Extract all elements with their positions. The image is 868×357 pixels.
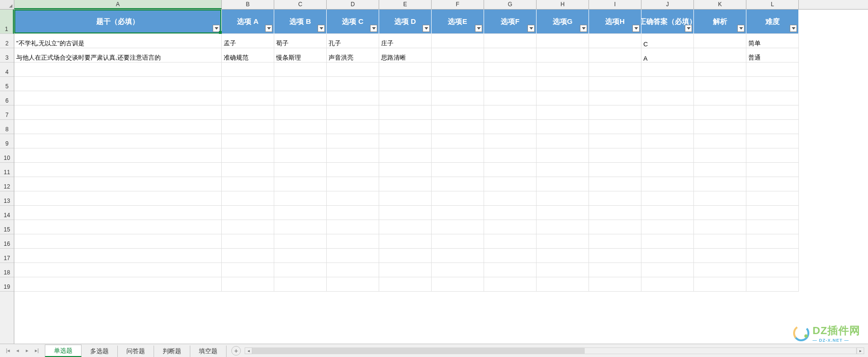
cell-J19[interactable] (641, 277, 694, 292)
cell-B19[interactable] (222, 277, 274, 292)
cell-J4[interactable] (641, 63, 694, 77)
filter-dropdown-icon[interactable] (318, 25, 325, 32)
cell-J14[interactable] (641, 206, 694, 220)
cell-F16[interactable] (432, 234, 484, 249)
cell-A16[interactable] (14, 234, 222, 249)
cell-I3[interactable] (589, 48, 641, 63)
cell-B12[interactable] (222, 177, 274, 191)
cell-A12[interactable] (14, 177, 222, 191)
hscroll-track[interactable] (252, 347, 857, 354)
cell-J10[interactable] (641, 148, 694, 163)
column-header-A[interactable]: A (14, 0, 222, 9)
cell-D13[interactable] (327, 191, 379, 206)
cell-J2[interactable]: C (641, 34, 694, 48)
row-header-7[interactable]: 7 (0, 105, 14, 120)
cell-L5[interactable] (746, 77, 799, 91)
cell-J8[interactable] (641, 120, 694, 134)
cell-B8[interactable] (222, 120, 274, 134)
cell-E10[interactable] (379, 148, 432, 163)
column-header-B[interactable]: B (222, 0, 274, 9)
filter-dropdown-icon[interactable] (213, 25, 220, 32)
cell-D8[interactable] (327, 120, 379, 134)
cell-K14[interactable] (694, 206, 746, 220)
cell-H5[interactable] (537, 77, 589, 91)
cell-K4[interactable] (694, 63, 746, 77)
cell-F8[interactable] (432, 120, 484, 134)
row-header-18[interactable]: 18 (0, 263, 14, 277)
cell-H3[interactable] (537, 48, 589, 63)
cell-B17[interactable] (222, 249, 274, 263)
cell-B7[interactable] (222, 105, 274, 120)
tab-nav-prev-icon[interactable]: ◂ (13, 346, 22, 355)
cell-F18[interactable] (432, 263, 484, 277)
cell-G9[interactable] (484, 134, 537, 148)
cell-B2[interactable]: 孟子 (222, 34, 274, 48)
cell-D4[interactable] (327, 63, 379, 77)
cell-L17[interactable] (746, 249, 799, 263)
cell-H14[interactable] (537, 206, 589, 220)
cell-A7[interactable] (14, 105, 222, 120)
cell-D12[interactable] (327, 177, 379, 191)
row-header-16[interactable]: 16 (0, 234, 14, 249)
cell-L18[interactable] (746, 263, 799, 277)
cell-B16[interactable] (222, 234, 274, 249)
cell-K15[interactable] (694, 220, 746, 234)
row-header-12[interactable]: 12 (0, 177, 14, 191)
cell-B3[interactable]: 准确规范 (222, 48, 274, 63)
filter-dropdown-icon[interactable] (475, 25, 482, 32)
cell-I7[interactable] (589, 105, 641, 120)
row-header-9[interactable]: 9 (0, 134, 14, 148)
cell-A8[interactable] (14, 120, 222, 134)
cell-F4[interactable] (432, 63, 484, 77)
cell-L10[interactable] (746, 148, 799, 163)
cell-G5[interactable] (484, 77, 537, 91)
cell-G1[interactable]: 选项F (484, 10, 537, 34)
cell-D19[interactable] (327, 277, 379, 292)
cell-I17[interactable] (589, 249, 641, 263)
cell-D17[interactable] (327, 249, 379, 263)
cell-G2[interactable] (484, 34, 537, 48)
cell-H18[interactable] (537, 263, 589, 277)
cell-K1[interactable]: 解析 (694, 10, 746, 34)
cell-B4[interactable] (222, 63, 274, 77)
row-header-11[interactable]: 11 (0, 163, 14, 177)
cell-L12[interactable] (746, 177, 799, 191)
cell-F19[interactable] (432, 277, 484, 292)
cell-E5[interactable] (379, 77, 432, 91)
cell-C7[interactable] (274, 105, 327, 120)
cell-A14[interactable] (14, 206, 222, 220)
cell-A9[interactable] (14, 134, 222, 148)
cell-J13[interactable] (641, 191, 694, 206)
cell-I11[interactable] (589, 163, 641, 177)
cell-E7[interactable] (379, 105, 432, 120)
column-header-G[interactable]: G (484, 0, 537, 9)
cell-H17[interactable] (537, 249, 589, 263)
column-header-F[interactable]: F (432, 0, 484, 9)
row-header-17[interactable]: 17 (0, 249, 14, 263)
sheet-tab-0[interactable]: 单选题 (45, 345, 82, 357)
cell-J9[interactable] (641, 134, 694, 148)
cell-L15[interactable] (746, 220, 799, 234)
cell-J1[interactable]: 正确答案（必填） (641, 10, 694, 34)
cell-I13[interactable] (589, 191, 641, 206)
cell-G14[interactable] (484, 206, 537, 220)
cell-J5[interactable] (641, 77, 694, 91)
cell-E15[interactable] (379, 220, 432, 234)
cell-C9[interactable] (274, 134, 327, 148)
cell-F14[interactable] (432, 206, 484, 220)
cell-H7[interactable] (537, 105, 589, 120)
cell-B14[interactable] (222, 206, 274, 220)
cell-K10[interactable] (694, 148, 746, 163)
hscroll-thumb[interactable] (253, 348, 585, 354)
cell-J18[interactable] (641, 263, 694, 277)
cell-I1[interactable]: 选项H (589, 10, 641, 34)
cell-F5[interactable] (432, 77, 484, 91)
column-header-D[interactable]: D (327, 0, 379, 9)
row-header-15[interactable]: 15 (0, 220, 14, 234)
row-header-19[interactable]: 19 (0, 277, 14, 292)
row-header-14[interactable]: 14 (0, 206, 14, 220)
cell-L1[interactable]: 难度 (746, 10, 799, 34)
cell-B13[interactable] (222, 191, 274, 206)
cell-D7[interactable] (327, 105, 379, 120)
cell-C13[interactable] (274, 191, 327, 206)
